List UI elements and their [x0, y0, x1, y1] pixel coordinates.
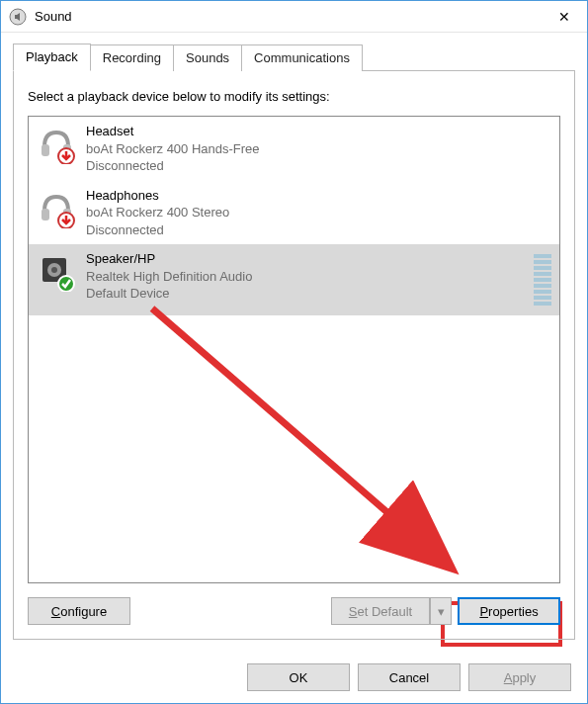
device-driver: boAt Rockerz 400 Stereo [86, 204, 551, 221]
label-rest: et Default [358, 604, 413, 619]
properties-button[interactable]: Properties [458, 597, 560, 625]
instruction-text: Select a playback device below to modify… [28, 89, 560, 104]
device-name: Speaker/HP [86, 250, 524, 268]
label-rest: pply [512, 670, 536, 685]
device-texts: Headset boAt Rockerz 400 Hands-Free Disc… [86, 123, 551, 175]
device-row[interactable]: Speaker/HP Realtek High Definition Audio… [29, 244, 559, 315]
client-area: Playback Recording Sounds Communications… [1, 33, 587, 652]
device-row[interactable]: Headset boAt Rockerz 400 Hands-Free Disc… [29, 117, 559, 181]
label-rest: onfigure [60, 604, 107, 619]
device-status: Disconnected [86, 221, 551, 239]
panel-button-row: Configure Set Default ▾ Properties [28, 597, 560, 625]
headset-icon [37, 125, 76, 164]
accel-char: S [349, 604, 358, 619]
headphones-icon [37, 189, 76, 228]
device-row[interactable]: Headphones boAt Rockerz 400 Stereo Disco… [29, 181, 559, 245]
configure-button[interactable]: Configure [28, 597, 130, 625]
device-status: Disconnected [86, 157, 551, 175]
device-name: Headset [86, 123, 551, 140]
close-button[interactable]: ✕ [542, 1, 587, 33]
device-list[interactable]: Headset boAt Rockerz 400 Hands-Free Disc… [28, 116, 560, 583]
tab-sounds[interactable]: Sounds [173, 44, 242, 71]
level-meter [534, 250, 551, 309]
device-texts: Headphones boAt Rockerz 400 Stereo Disco… [86, 187, 551, 239]
playback-panel: Select a playback device below to modify… [13, 70, 575, 640]
set-default-button[interactable]: Set Default [331, 597, 430, 625]
svg-rect-4 [42, 209, 49, 220]
device-driver: Realtek High Definition Audio [86, 268, 524, 286]
sound-dialog: Sound ✕ Playback Recording Sounds Commun… [0, 0, 588, 704]
ok-button[interactable]: OK [247, 663, 350, 691]
tab-communications[interactable]: Communications [241, 44, 363, 71]
device-driver: boAt Rockerz 400 Hands-Free [86, 140, 551, 158]
device-texts: Speaker/HP Realtek High Definition Audio… [86, 250, 524, 303]
tab-strip: Playback Recording Sounds Communications [13, 43, 575, 70]
svg-rect-1 [42, 144, 49, 156]
device-name: Headphones [86, 187, 551, 205]
window-title: Sound [35, 9, 542, 24]
tab-recording[interactable]: Recording [90, 44, 174, 71]
tab-playback[interactable]: Playback [13, 44, 91, 71]
chevron-down-icon: ▾ [438, 604, 445, 619]
accel-char: P [479, 604, 488, 619]
cancel-button[interactable]: Cancel [358, 663, 461, 691]
apply-button[interactable]: Apply [468, 663, 571, 691]
accel-char: C [51, 604, 60, 619]
set-default-dropdown[interactable]: ▾ [430, 597, 452, 625]
titlebar[interactable]: Sound ✕ [1, 1, 587, 33]
label-rest: roperties [488, 604, 539, 619]
speaker-icon [37, 252, 76, 292]
svg-point-9 [51, 267, 57, 273]
set-default-split-button: Set Default ▾ [331, 597, 452, 625]
sound-app-icon [9, 8, 27, 26]
device-status: Default Device [86, 285, 524, 303]
dialog-button-row: OK Cancel Apply [1, 652, 587, 703]
